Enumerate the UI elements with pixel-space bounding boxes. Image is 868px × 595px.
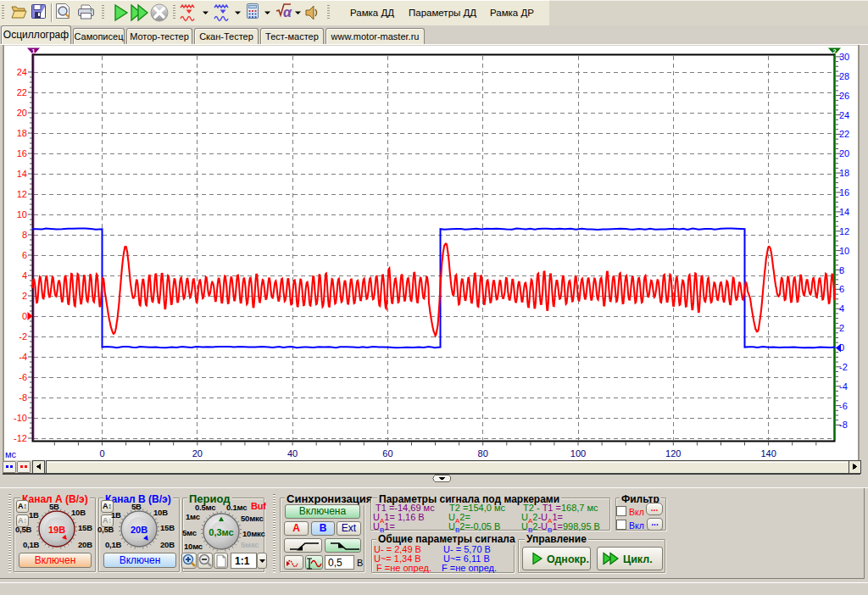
- svg-text:100: 100: [570, 448, 586, 459]
- svg-text:16: 16: [839, 187, 849, 197]
- svg-text:1: 1: [31, 47, 36, 55]
- svg-text:2: 2: [832, 47, 837, 55]
- svg-text:24: 24: [839, 110, 849, 120]
- svg-text:14: 14: [17, 169, 27, 179]
- svg-text:6: 6: [22, 250, 27, 260]
- svg-text:8: 8: [839, 265, 844, 275]
- svg-text:2: 2: [839, 323, 844, 333]
- svg-text:-2: -2: [19, 331, 27, 342]
- svg-text:-4: -4: [839, 381, 848, 392]
- svg-text:0: 0: [22, 311, 27, 321]
- svg-text:10: 10: [17, 209, 27, 220]
- svg-text:-8: -8: [839, 420, 848, 430]
- svg-text:6: 6: [839, 284, 844, 294]
- svg-text:80: 80: [478, 448, 488, 459]
- svg-text:Однокр.: Однокр.: [547, 553, 589, 565]
- svg-text:24: 24: [17, 67, 27, 77]
- svg-text:28: 28: [839, 71, 849, 81]
- svg-text:22: 22: [839, 129, 849, 139]
- svg-text:8: 8: [22, 230, 27, 240]
- svg-text:-8: -8: [19, 392, 27, 403]
- svg-text:4: 4: [22, 270, 27, 281]
- svg-text:14: 14: [839, 207, 849, 217]
- svg-text:-4: -4: [19, 352, 27, 362]
- svg-text:-12: -12: [14, 433, 27, 443]
- svg-text:0: 0: [99, 448, 104, 459]
- svg-text:20: 20: [192, 448, 203, 459]
- svg-text:10: 10: [839, 246, 849, 256]
- svg-text:140: 140: [760, 448, 776, 459]
- svg-text:α: α: [283, 5, 292, 19]
- svg-text:12: 12: [839, 226, 849, 236]
- svg-text:12: 12: [17, 189, 27, 199]
- svg-text:40: 40: [287, 448, 298, 459]
- svg-text:20: 20: [839, 148, 849, 158]
- svg-text:120: 120: [665, 448, 681, 459]
- svg-text:22: 22: [17, 87, 27, 97]
- svg-text:0: 0: [839, 342, 844, 353]
- svg-text:-2: -2: [839, 362, 848, 372]
- svg-text:18: 18: [839, 168, 849, 178]
- svg-text:мс: мс: [5, 449, 17, 459]
- svg-text:-6: -6: [839, 401, 848, 411]
- svg-text:60: 60: [382, 448, 392, 459]
- svg-text:-10: -10: [14, 413, 27, 423]
- svg-text:2: 2: [22, 291, 27, 301]
- svg-text:-6: -6: [19, 372, 27, 382]
- svg-text:30: 30: [839, 52, 849, 62]
- svg-text:Цикл.: Цикл.: [623, 553, 653, 565]
- svg-text:20: 20: [17, 108, 27, 118]
- svg-text:18: 18: [17, 128, 27, 138]
- svg-text:26: 26: [839, 91, 849, 101]
- svg-text:16: 16: [17, 148, 27, 158]
- svg-text:4: 4: [839, 303, 844, 314]
